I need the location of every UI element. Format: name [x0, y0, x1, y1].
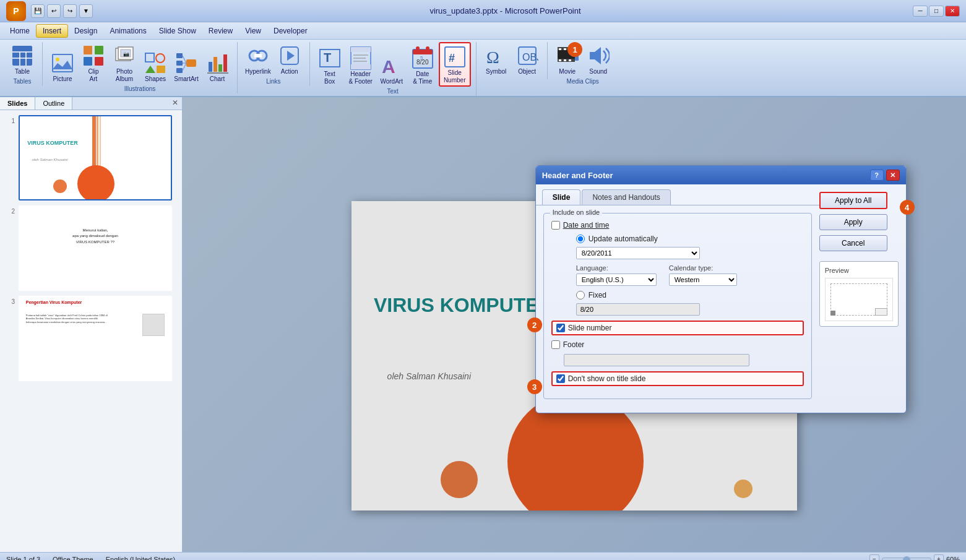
svg-rect-15 [145, 53, 154, 62]
hyperlink-button[interactable]: Hyperlink [243, 42, 274, 77]
slide-thumb-img-1[interactable]: VIRUS KOMPUTER oleh Salman Khusaini [19, 115, 172, 200]
svg-text:OBJ: OBJ [522, 52, 538, 62]
footer-input[interactable] [564, 354, 749, 366]
clipart-label: ClipArt [88, 68, 98, 83]
textbox-label: TextBox [324, 71, 335, 85]
dialog-help-btn[interactable]: ? [870, 170, 884, 181]
title-bar: P 💾 ↩ ↪ ▼ virus_update3.pptx - Microsoft… [0, 0, 966, 22]
date-time-checkbox[interactable] [551, 221, 560, 230]
clipart-button[interactable]: ClipArt [79, 42, 108, 84]
shapes-button[interactable]: Shapes [140, 50, 170, 84]
minimize-btn[interactable]: ─ [913, 6, 928, 17]
dialog-overlay: Header and Footer ? ✕ Slide Notes and Ha… [183, 97, 966, 552]
photo-album-label: PhotoAlbum [116, 68, 133, 83]
photo-album-button[interactable]: 📷 PhotoAlbum [110, 42, 139, 84]
window-controls[interactable]: ─ □ ✕ [913, 6, 960, 17]
menu-home[interactable]: Home [4, 25, 36, 37]
calendar-type-dropdown[interactable]: Western [669, 274, 737, 286]
textbox-icon: T [317, 46, 342, 71]
object-button[interactable]: OBJ Object [512, 42, 542, 77]
close-btn[interactable]: ✕ [945, 6, 960, 17]
hyperlink-icon [246, 43, 270, 68]
apply-to-all-button[interactable]: Apply to All [819, 192, 887, 209]
symbol-button[interactable]: Ω Symbol [481, 42, 511, 77]
menu-review[interactable]: Review [202, 25, 239, 37]
slides-list: 1 VIRUS KOMPUTER oleh Salman Khusaini 2 [0, 110, 182, 552]
footer-checkbox[interactable] [551, 340, 560, 349]
ribbon-group-links: Hyperlink Action Links [238, 42, 310, 86]
action-button[interactable]: Action [275, 42, 304, 77]
fixed-radio[interactable] [576, 291, 585, 299]
custom-btn[interactable]: ▼ [79, 4, 93, 18]
movie-label: Movie [559, 68, 576, 75]
date-time-checkbox-wrap[interactable]: Date and time [551, 221, 610, 230]
dialog-title-buttons[interactable]: ? ✕ [870, 170, 900, 181]
action-icon [277, 43, 302, 68]
slide-thumb-img-3[interactable]: Pengertian Virus Komputer Pertama kali i… [19, 296, 172, 381]
footer-checkbox-wrap[interactable]: Footer [551, 340, 585, 349]
fixed-input[interactable] [576, 303, 700, 316]
illustrations-group-label: Illustrations [124, 85, 156, 92]
slide-number-checkbox-wrap[interactable]: Slide number [556, 324, 612, 332]
slide-number-checkbox[interactable] [556, 324, 565, 332]
zoom-slider[interactable] [882, 558, 931, 561]
smartart-button[interactable]: SmartArt [171, 50, 201, 84]
date-time-button[interactable]: 8/20 5 Date& Time [408, 45, 438, 87]
status-right: − + 60% [869, 554, 960, 561]
dont-show-checkbox[interactable] [556, 374, 565, 383]
zoom-handle[interactable] [903, 556, 910, 561]
slides-tab[interactable]: Slides [0, 97, 35, 110]
update-auto-radio[interactable] [576, 235, 585, 243]
save-btn[interactable]: 💾 [31, 4, 45, 18]
zoom-in-btn[interactable]: + [934, 554, 944, 561]
preview-label: Preview [825, 267, 893, 274]
menu-insert[interactable]: Insert [36, 24, 68, 38]
slide-thumbnail-1[interactable]: 1 VIRUS KOMPUTER oleh Salman Khusaini [5, 115, 177, 200]
header-footer-button[interactable]: Header& Footer [346, 45, 376, 87]
picture-button[interactable]: Picture [48, 50, 77, 84]
title-bar-controls[interactable]: 💾 ↩ ↪ ▼ [31, 4, 93, 18]
undo-btn[interactable]: ↩ [47, 4, 61, 18]
slide-thumbnail-3[interactable]: 3 Pengertian Virus Komputer Pertama kali… [5, 296, 177, 381]
action-label: Action [281, 68, 298, 75]
table-button[interactable]: Table [7, 42, 37, 77]
redo-btn[interactable]: ↪ [63, 4, 77, 18]
zoom-control[interactable]: − + 60% [869, 554, 960, 561]
slide-thumb-img-2[interactable]: Menurut kalian,apa yang dimaksud denganV… [19, 205, 172, 291]
slide-thumbnail-2[interactable]: 2 Menurut kalian,apa yang dimaksud denga… [5, 205, 177, 291]
cancel-button[interactable]: Cancel [819, 235, 887, 251]
svg-rect-20 [176, 61, 183, 66]
wordart-button[interactable]: A WordArt [377, 52, 407, 87]
dialog-close-btn[interactable]: ✕ [886, 170, 900, 181]
slide-number-button[interactable]: # SlideNumber [439, 42, 471, 87]
chart-button[interactable]: Chart [202, 50, 232, 84]
svg-text:Ω: Ω [486, 48, 499, 67]
outline-tab[interactable]: Outline [35, 97, 72, 110]
tab-slide[interactable]: Slide [542, 189, 581, 205]
menu-design[interactable]: Design [68, 25, 103, 37]
wordart-icon: A [379, 53, 404, 78]
sound-button[interactable]: Sound [584, 42, 613, 77]
language-dropdown[interactable]: English (U.S.) [576, 274, 657, 286]
menu-animations[interactable]: Animations [103, 25, 152, 37]
maximize-btn[interactable]: □ [929, 6, 944, 17]
picture-icon [50, 51, 75, 75]
tab-notes-handouts[interactable]: Notes and Handouts [582, 189, 670, 205]
include-on-slide-section: Include on slide Date and time [543, 213, 812, 399]
window-title: virus_update3.pptx - Microsoft PowerPoin… [98, 6, 913, 15]
svg-text:T: T [324, 51, 331, 64]
preview-dont-show-indicator [830, 311, 835, 316]
zoom-out-btn[interactable]: − [869, 554, 879, 561]
update-auto-row: Update automatically [576, 235, 804, 243]
menu-developer[interactable]: Developer [267, 25, 314, 37]
chart-label: Chart [210, 75, 225, 83]
smartart-label: SmartArt [174, 75, 198, 83]
menu-view[interactable]: View [239, 25, 267, 37]
svg-text:5: 5 [420, 55, 423, 61]
textbox-button[interactable]: T TextBox [315, 45, 345, 87]
panel-close-btn[interactable]: ✕ [168, 97, 182, 110]
dont-show-checkbox-wrap[interactable]: Don't show on title slide [556, 374, 646, 383]
apply-button[interactable]: Apply [819, 214, 887, 230]
date-dropdown[interactable]: 8/20/2011 [576, 247, 700, 259]
menu-slideshow[interactable]: Slide Show [153, 25, 202, 37]
